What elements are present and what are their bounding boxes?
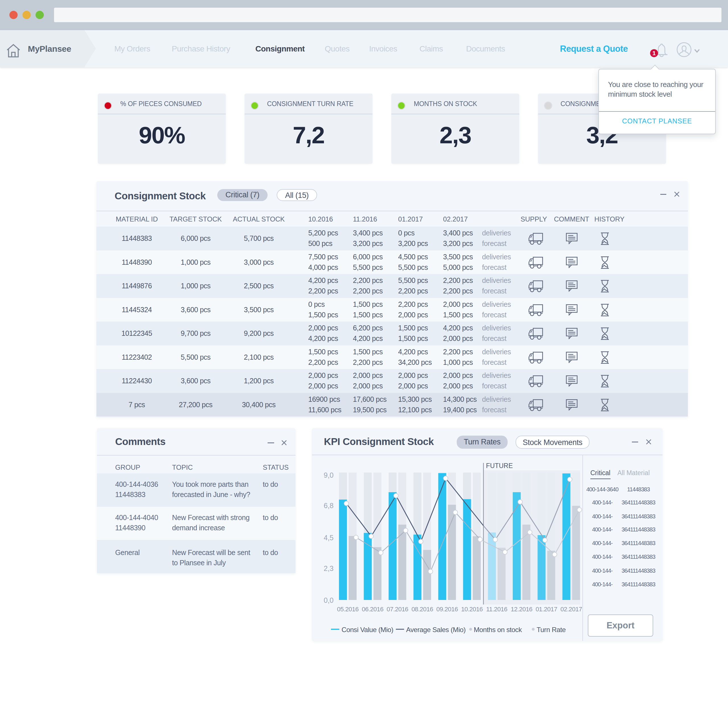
- svg-text:11.2016: 11.2016: [486, 606, 508, 613]
- svg-text:Consi Value (Mio): Consi Value (Mio): [342, 626, 393, 634]
- svg-text:10.2016: 10.2016: [461, 606, 483, 613]
- svg-text:Months on stock: Months on stock: [474, 626, 522, 634]
- svg-text:2,3: 2,3: [323, 564, 334, 572]
- svg-text:02.2017: 02.2017: [561, 606, 582, 613]
- svg-text:Turn Rate: Turn Rate: [537, 626, 566, 634]
- svg-text:09.2016: 09.2016: [436, 606, 458, 613]
- svg-text:06.2016: 06.2016: [362, 606, 383, 613]
- svg-text:05.2016: 05.2016: [337, 606, 358, 613]
- svg-text:FUTURE: FUTURE: [486, 462, 513, 469]
- svg-text:0,0: 0,0: [323, 596, 334, 604]
- svg-text:Average Sales (Mio): Average Sales (Mio): [406, 626, 466, 634]
- svg-text:12.2016: 12.2016: [511, 606, 532, 613]
- svg-text:6,8: 6,8: [323, 502, 334, 509]
- svg-text:4,5: 4,5: [323, 534, 334, 542]
- svg-text:08.2016: 08.2016: [412, 606, 433, 613]
- svg-text:01.2017: 01.2017: [535, 606, 557, 613]
- svg-text:9,0: 9,0: [323, 471, 334, 479]
- svg-text:07.2016: 07.2016: [387, 606, 408, 613]
